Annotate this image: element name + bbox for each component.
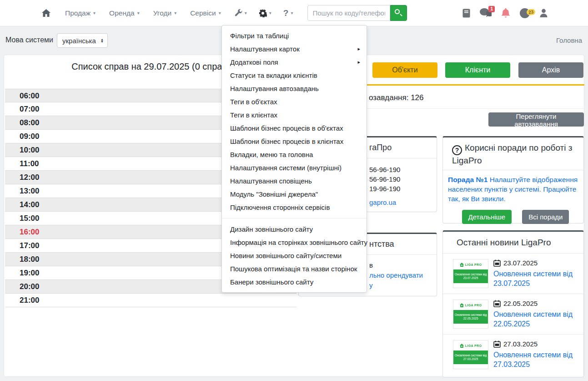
agency-link[interactable]: у bbox=[369, 281, 373, 289]
news-date: 27.03.2025 bbox=[503, 340, 538, 348]
all-tips-button[interactable]: Всі поради bbox=[522, 210, 569, 224]
question-icon: ? bbox=[283, 8, 289, 18]
menu-item-bp-templates-objects[interactable]: Шаблони бізнес процесів в об'єктах bbox=[222, 122, 367, 135]
tips-panel: ?Корисні поради по роботі з LigaPro Пора… bbox=[442, 136, 584, 224]
menu-item-notification-settings[interactable]: Налаштування сповіщень bbox=[222, 174, 367, 188]
journal-icon[interactable] bbox=[462, 9, 470, 18]
menu-item-site-design[interactable]: Дизайн зовнішнього сайту bbox=[222, 223, 367, 236]
news-thumbnail: LIGA PRO Оновлення системи від22.05.2025 bbox=[453, 300, 488, 329]
chevron-down-icon: ▾ bbox=[269, 10, 271, 15]
wrench-icon bbox=[235, 9, 242, 17]
time-row[interactable]: 21:00 bbox=[5, 294, 297, 307]
news-thumbnail: LIGA PRO Оновлення системи від23.07.2025 bbox=[453, 259, 488, 288]
news-link[interactable]: Оновлення системи від 27.03.2025 bbox=[493, 350, 584, 369]
language-label: Мова системи bbox=[5, 36, 53, 44]
menu-item-bp-templates-clients[interactable]: Шаблони бізнес процесів в клієнтах bbox=[222, 135, 367, 148]
bell-icon[interactable] bbox=[501, 8, 510, 18]
balance-badge: 23 bbox=[526, 9, 535, 15]
profile-icon[interactable] bbox=[539, 9, 548, 18]
top-header: Продаж ▾ Оренда ▾ Угоди ▾ Сервіси ▾ ▾ ▾ bbox=[0, 0, 588, 26]
breadcrumb: Головна bbox=[556, 36, 582, 44]
menu-divider bbox=[222, 218, 367, 218]
site-link[interactable]: gapro.ua bbox=[369, 198, 396, 207]
ligapro-logo-icon bbox=[460, 303, 464, 307]
thumbnail-caption: Оновлення системи від23.07.2025 bbox=[453, 269, 488, 283]
menu-item-site-banners[interactable]: Банери зовнішнього сайту bbox=[222, 275, 367, 289]
submenu-arrow-icon: ▸ bbox=[357, 56, 360, 69]
calendar-icon bbox=[493, 300, 501, 307]
select-arrows-icon: ▲▼ bbox=[101, 38, 104, 43]
tab-clients[interactable]: Клієнти bbox=[445, 62, 510, 78]
balance-icon[interactable]: 23 bbox=[520, 8, 530, 18]
help-menu-button[interactable]: ? ▾ bbox=[283, 8, 293, 18]
home-icon[interactable] bbox=[42, 9, 50, 17]
settings-menu-button[interactable]: ▾ bbox=[259, 9, 271, 17]
brand-text: LIGA PRO bbox=[465, 344, 482, 347]
header-right-icons: 1 23 bbox=[462, 8, 548, 18]
menu-item-site-pages-info[interactable]: Інформація на сторінках зовнішнього сайт… bbox=[222, 236, 367, 249]
page: Продаж ▾ Оренда ▾ Угоди ▾ Сервіси ▾ ▾ ▾ bbox=[0, 0, 588, 381]
menu-item-object-tags[interactable]: Теги в об'єктах bbox=[222, 95, 367, 108]
news-panel-title: Останні новини LigaPro bbox=[443, 232, 583, 254]
menu-item-tabs-menu-home[interactable]: Вкладки, меню та головна bbox=[222, 148, 367, 161]
menu-item-third-party-services[interactable]: Підключення сторонніх сервісів bbox=[222, 201, 367, 214]
news-item: LIGA PRO Оновлення системи від23.07.2025… bbox=[443, 254, 583, 294]
news-link[interactable]: Оновлення системи від 23.07.2025 bbox=[493, 269, 584, 288]
chat-icon[interactable]: 1 bbox=[480, 8, 492, 18]
question-circle-icon: ? bbox=[452, 145, 462, 155]
chevron-down-icon: ▾ bbox=[93, 10, 95, 15]
ligapro-logo-icon bbox=[460, 344, 464, 348]
news-link[interactable]: Оновлення системи від 22.05.2025 bbox=[493, 310, 584, 329]
news-date: 22.05.2025 bbox=[503, 300, 538, 307]
chevron-down-icon: ▾ bbox=[137, 10, 140, 15]
brand-text: LIGA PRO bbox=[465, 304, 482, 307]
menu-item-extra-fields[interactable]: Додаткові поля▸ bbox=[222, 56, 367, 69]
submenu-arrow-icon: ▸ bbox=[357, 42, 360, 56]
chevron-down-icon: ▾ bbox=[245, 10, 247, 15]
calendar-icon bbox=[493, 340, 501, 348]
agency-link[interactable]: льно орендувати bbox=[369, 271, 423, 279]
phone-number: 56-96-190 bbox=[369, 174, 437, 184]
news-item: LIGA PRO Оновлення системи від22.05.2025… bbox=[443, 294, 583, 334]
tab-objects[interactable]: Об'єкти bbox=[372, 62, 437, 78]
tip-details-button[interactable]: Детальніше bbox=[462, 210, 512, 224]
menu-item-seo-page-names[interactable]: Пошукова оптимізація та назви сторінок bbox=[222, 262, 367, 275]
news-date: 23.07.2025 bbox=[503, 259, 538, 267]
menu-item-external-sources[interactable]: Модуль "Зовнішні джерела" bbox=[222, 188, 367, 201]
menu-item-client-tags[interactable]: Теги в клієнтах bbox=[222, 108, 367, 122]
tips-panel-title: ?Корисні поради по роботі з LigaPro bbox=[443, 137, 583, 170]
news-thumbnail: LIGA PRO Оновлення системи від27.03.2025 bbox=[453, 340, 488, 369]
phone-number: 19-96-190 bbox=[369, 184, 437, 193]
menu-item-client-statuses[interactable]: Статуси та вкладки клієнтів bbox=[222, 69, 367, 82]
language-value: українська bbox=[62, 37, 96, 45]
settings-dropdown-menu: Фільтри та таблиці Налаштування карток▸ … bbox=[221, 25, 367, 293]
view-autotasks-button[interactable]: Переглянути автозавдання bbox=[488, 112, 584, 127]
menu-item-autotask-settings[interactable]: Налаштування автозавдань bbox=[222, 82, 367, 95]
language-select[interactable]: українська ▲▼ bbox=[57, 33, 108, 48]
menu-item-system-settings[interactable]: Налаштування системи (внутрішні) bbox=[222, 161, 367, 174]
menu-item-card-settings[interactable]: Налаштування карток▸ bbox=[222, 42, 367, 56]
nav-item-services[interactable]: Сервіси ▾ bbox=[190, 9, 221, 17]
brand-text: LIGA PRO bbox=[465, 263, 482, 266]
search-group bbox=[307, 5, 407, 21]
news-panel: Останні новини LigaPro LIGA PRO Оновленн… bbox=[442, 230, 584, 377]
chevron-down-icon: ▾ bbox=[174, 10, 176, 15]
menu-item-site-news[interactable]: Новини зовнішнього сайту/системи bbox=[222, 249, 367, 262]
calendar-icon bbox=[493, 259, 501, 267]
chevron-down-icon: ▾ bbox=[219, 10, 221, 15]
tab-archive[interactable]: Архів bbox=[518, 62, 583, 78]
search-input[interactable] bbox=[307, 5, 390, 21]
nav-item-sales[interactable]: Продаж ▾ bbox=[65, 9, 95, 17]
nav-item-deals[interactable]: Угоди ▾ bbox=[153, 9, 176, 17]
nav-item-rent[interactable]: Оренда ▾ bbox=[109, 9, 140, 17]
wrench-menu-button[interactable]: ▾ bbox=[235, 9, 247, 17]
gear-icon bbox=[259, 9, 267, 17]
thumbnail-caption: Оновлення системи від27.03.2025 bbox=[453, 351, 488, 364]
menu-item-filters-tables[interactable]: Фільтри та таблиці bbox=[222, 29, 367, 42]
search-button[interactable] bbox=[390, 5, 407, 21]
chevron-down-icon: ▾ bbox=[291, 10, 293, 15]
news-item: LIGA PRO Оновлення системи від27.03.2025… bbox=[443, 334, 583, 375]
chat-badge: 1 bbox=[488, 6, 495, 12]
tip-text: Порада №1 Налаштуйте відображення населе… bbox=[443, 170, 583, 203]
autotasks-count: озавдання: 126 bbox=[369, 93, 424, 102]
